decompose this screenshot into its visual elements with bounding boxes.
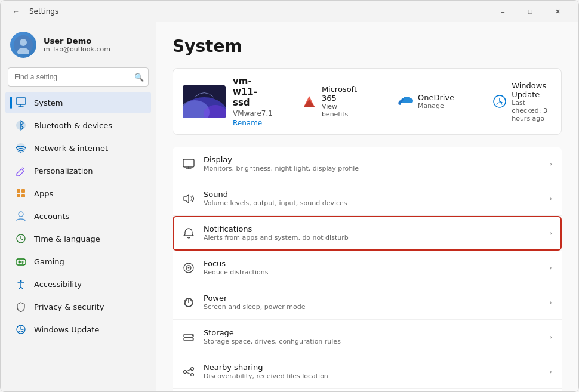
storage-text: Storage Storage space, drives, configura… <box>204 328 541 345</box>
nearby-icon <box>182 365 195 378</box>
setting-storage[interactable]: Storage Storage space, drives, configura… <box>173 320 562 354</box>
sidebar-item-accessibility[interactable]: Accessibility <box>5 273 151 295</box>
svg-point-35 <box>191 367 194 370</box>
notifications-text: Notifications Alerts from apps and syste… <box>204 224 541 242</box>
setting-power[interactable]: Power Screen and sleep, power mode › <box>173 285 562 320</box>
svg-point-14 <box>20 280 22 282</box>
quick-card-onedrive[interactable]: OneDrive Manage <box>387 93 464 110</box>
setting-multitasking[interactable]: Multitasking › <box>173 389 562 391</box>
chevron-power-icon: › <box>549 298 552 307</box>
winupdate-text: Windows Update Last checked: 3 hours ago <box>512 81 549 122</box>
storage-title: Storage <box>204 328 541 337</box>
nearby-title: Nearby sharing <box>204 363 541 372</box>
notifications-desc: Alerts from apps and system, do not dist… <box>204 234 541 242</box>
chevron-nearby-icon: › <box>549 368 552 376</box>
setting-display[interactable]: Display Monitors, brightness, night ligh… <box>173 147 562 181</box>
chevron-focus-icon: › <box>549 264 552 272</box>
svg-point-5 <box>16 143 26 153</box>
svg-point-34 <box>184 370 187 373</box>
winupdate-icon <box>492 93 507 110</box>
svg-point-28 <box>188 267 190 268</box>
sidebar-item-network[interactable]: Network & internet <box>5 137 151 159</box>
sidebar-label-personalization: Personalization <box>34 166 93 175</box>
sidebar-item-apps[interactable]: Apps <box>5 183 151 204</box>
titlebar-left: ← Settings <box>8 3 489 20</box>
chevron-sound-icon: › <box>549 195 552 203</box>
update-icon <box>15 323 27 335</box>
quick-card-m365[interactable]: Microsoft 365 View benefits <box>292 85 368 118</box>
focus-desc: Reduce distractions <box>204 268 541 276</box>
sound-desc: Volume levels, output, input, sound devi… <box>204 199 541 207</box>
apps-icon <box>15 187 27 199</box>
close-button[interactable]: ✕ <box>544 1 571 22</box>
display-desc: Monitors, brightness, night light, displ… <box>204 165 541 172</box>
maximize-button[interactable]: □ <box>516 1 544 22</box>
sidebar-label-accounts: Accounts <box>34 212 69 221</box>
power-desc: Screen and sleep, power mode <box>204 303 541 311</box>
info-cards: vm-w11-ssd VMware7,1 Rename <box>173 68 562 135</box>
sidebar-item-system[interactable]: System <box>5 92 151 113</box>
sidebar-item-gaming[interactable]: Gaming <box>5 251 151 272</box>
time-icon <box>15 233 27 245</box>
onedrive-icon <box>396 93 413 110</box>
svg-rect-10 <box>21 194 25 197</box>
sidebar-label-time: Time & language <box>34 234 100 243</box>
system-icon <box>15 97 27 109</box>
chevron-storage-icon: › <box>549 333 552 341</box>
search-input[interactable] <box>8 67 149 87</box>
device-name: vm-w11-ssd <box>233 76 273 108</box>
sidebar-label-bluetooth: Bluetooth & devices <box>34 121 112 130</box>
setting-notifications[interactable]: Notifications Alerts from apps and syste… <box>173 216 562 251</box>
sidebar-item-privacy[interactable]: Privacy & security <box>5 296 151 317</box>
sidebar-label-system: System <box>34 98 63 107</box>
sound-icon <box>182 192 195 205</box>
main-content: System vm-w11-ssd <box>156 22 578 391</box>
power-icon <box>182 296 195 309</box>
setting-sound[interactable]: Sound Volume levels, output, input, soun… <box>173 181 562 216</box>
back-button[interactable]: ← <box>8 3 24 20</box>
rename-link[interactable]: Rename <box>233 119 273 127</box>
quick-card-winupdate[interactable]: Windows Update Last checked: 3 hours ago <box>483 81 558 122</box>
sound-text: Sound Volume levels, output, input, soun… <box>204 190 541 207</box>
svg-point-6 <box>20 152 21 153</box>
chevron-display-icon: › <box>549 160 552 168</box>
personalization-icon <box>15 165 27 177</box>
sidebar-item-bluetooth[interactable]: Bluetooth & devices <box>5 115 151 136</box>
settings-window: ← Settings – □ ✕ User Dem <box>0 0 579 392</box>
svg-point-36 <box>191 373 194 376</box>
device-sub: VMware7,1 <box>233 109 273 118</box>
window-controls: – □ ✕ <box>489 1 571 22</box>
sidebar-item-update[interactable]: Windows Update <box>5 319 151 340</box>
search-icon: 🔍 <box>134 73 144 82</box>
device-thumbnail <box>183 85 226 118</box>
onedrive-text: OneDrive Manage <box>418 93 454 110</box>
power-text: Power Screen and sleep, power mode <box>204 294 541 311</box>
svg-point-33 <box>192 338 193 339</box>
sidebar-item-accounts[interactable]: Accounts <box>5 205 151 227</box>
svg-rect-25 <box>183 159 194 167</box>
privacy-icon <box>15 301 27 313</box>
setting-nearby[interactable]: Nearby sharing Discoverability, received… <box>173 354 562 389</box>
svg-marker-22 <box>304 100 315 107</box>
power-title: Power <box>204 294 541 303</box>
sidebar: User Demo m_lab@outlook.com 🔍 System <box>1 22 156 391</box>
sidebar-label-privacy: Privacy & security <box>34 303 104 311</box>
m365-text: Microsoft 365 View benefits <box>322 85 358 118</box>
winupdate-label: Windows Update <box>512 81 549 99</box>
notifications-title: Notifications <box>204 224 541 233</box>
user-name: User Demo <box>44 36 146 45</box>
minimize-button[interactable]: – <box>489 1 516 22</box>
display-text: Display Monitors, brightness, night ligh… <box>204 155 541 172</box>
svg-point-32 <box>192 335 193 336</box>
display-icon <box>182 158 195 171</box>
focus-title: Focus <box>204 259 541 268</box>
setting-focus[interactable]: Focus Reduce distractions › <box>173 251 562 285</box>
titlebar: ← Settings – □ ✕ <box>1 1 578 22</box>
sidebar-item-personalization[interactable]: Personalization <box>5 160 151 181</box>
svg-rect-9 <box>17 194 20 197</box>
svg-rect-3 <box>16 98 26 104</box>
svg-rect-7 <box>17 189 20 193</box>
bluetooth-icon <box>15 119 27 131</box>
sidebar-item-time[interactable]: Time & language <box>5 228 151 249</box>
user-profile[interactable]: User Demo m_lab@outlook.com <box>1 27 156 67</box>
